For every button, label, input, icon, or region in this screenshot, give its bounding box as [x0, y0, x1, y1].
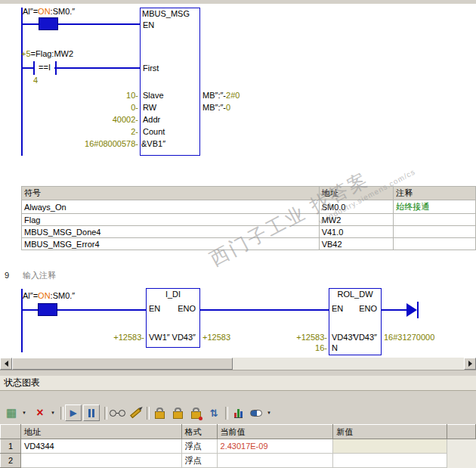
- symtab-comment: [394, 226, 476, 238]
- scroll-right-button[interactable]: [464, 358, 476, 370]
- contact-label: Al″=ON:SM0.″: [23, 291, 75, 301]
- h-scrollbar-thumb[interactable]: [12, 358, 233, 370]
- compare-current-value: 4: [33, 76, 38, 85]
- symtab-row: Flag MW2: [22, 214, 476, 226]
- write-all-button[interactable]: [127, 404, 144, 421]
- cell-format[interactable]: 浮点: [181, 439, 217, 454]
- output-done: MB″:″-2#0: [202, 91, 240, 101]
- chevron-down-icon: ▼: [51, 411, 55, 415]
- unlock-icon: [173, 411, 183, 419]
- cell-address[interactable]: [20, 454, 181, 468]
- contact-label-address: :SM0.″: [51, 291, 76, 300]
- trend-view-button[interactable]: [230, 404, 246, 421]
- row-header[interactable]: 1: [1, 439, 21, 454]
- pin-data-operand: &VB1″: [141, 139, 165, 149]
- symtab-symbol: MBUS_MSG_Done4: [22, 226, 320, 238]
- output-done-operand: MB″:″-: [202, 91, 226, 100]
- row-header[interactable]: 2: [1, 454, 21, 468]
- contact-label-symbol: Al″=: [23, 7, 38, 16]
- compare-contact[interactable]: ==I: [35, 63, 54, 73]
- cell-new-value[interactable]: [333, 454, 447, 468]
- delete-dropdown[interactable]: ▼: [48, 404, 57, 421]
- symtab-symbol: Flag: [22, 214, 320, 226]
- block-title-rol: ROL_DW: [329, 290, 382, 299]
- cell-current-value: [217, 454, 333, 468]
- pin-count: Count: [143, 127, 165, 137]
- delete-button[interactable]: ×: [32, 404, 48, 421]
- toggle-pill-icon: [250, 410, 262, 417]
- compare-current-prefix: +5: [21, 49, 31, 58]
- rol-out-operand: VD43″: [329, 333, 377, 342]
- unforce-button[interactable]: [169, 404, 186, 421]
- pin-en: EN: [143, 20, 154, 30]
- toggle-view-button[interactable]: [248, 404, 264, 421]
- microwin-window: Al″=ON:SM0.″ +5=Flag:MW2 ==I 4 MBUS_MSG …: [0, 0, 476, 468]
- symtab-row: MBUS_MSG_Error4 VB42: [22, 238, 476, 250]
- symtab-address: MW2: [319, 214, 394, 226]
- pencil-icon: [130, 408, 141, 417]
- unlock-all-icon: [191, 411, 201, 419]
- col-header-current-value[interactable]: 当前值: [217, 425, 333, 439]
- toolbar-separator: [225, 407, 228, 420]
- compare-contact-bar: [55, 61, 57, 75]
- idi-out-operand: VD43″: [146, 333, 196, 342]
- symtab-address: VB42: [319, 238, 394, 250]
- rol-n-value: 16-: [262, 343, 327, 353]
- new-chart-button[interactable]: ▦: [3, 404, 20, 421]
- symtab-header-row: 符号 地址 注释: [22, 187, 476, 200]
- symtab-address: V41.0: [319, 226, 394, 238]
- cell-format[interactable]: 浮点: [181, 454, 217, 468]
- cell-address[interactable]: VD4344: [20, 439, 181, 454]
- network-comment[interactable]: 输入注释: [23, 271, 56, 280]
- chevron-down-icon: ▼: [22, 411, 26, 415]
- sort-arrows-icon: ⇅: [210, 408, 218, 419]
- read-force-button[interactable]: ⇅: [206, 404, 222, 421]
- pane-splitter[interactable]: [0, 370, 476, 376]
- jump-arrow-icon[interactable]: [406, 303, 417, 317]
- wire: [382, 309, 406, 311]
- cell-new-value[interactable]: [333, 439, 447, 454]
- rol-out-value: 16#31270000: [384, 333, 434, 342]
- cell-filler: [447, 454, 476, 468]
- chart-status-start-button[interactable]: ▶: [65, 404, 82, 421]
- symtab-row: Always_On SM0.0 始终接通: [22, 200, 476, 214]
- toolbar-separator: [104, 407, 107, 420]
- force-button[interactable]: [151, 404, 168, 421]
- symtab-comment: 始终接通: [394, 200, 476, 214]
- symtab-comment: [394, 214, 476, 226]
- power-rail: [21, 8, 23, 156]
- col-header-format[interactable]: 格式: [181, 425, 217, 439]
- new-chart-icon: ▦: [6, 406, 17, 420]
- contact-selected[interactable]: [38, 303, 57, 316]
- network-symbol-table: 符号 地址 注释 Always_On SM0.0 始终接通 Flag MW2 M…: [21, 186, 476, 250]
- col-header-new-value[interactable]: 新值: [333, 425, 447, 439]
- cell-current-value: 2.43017E-09: [217, 439, 333, 454]
- toolbar-separator: [60, 407, 63, 420]
- col-header-address[interactable]: 地址: [20, 425, 181, 439]
- bar-chart-icon: [234, 408, 243, 418]
- pin-eno: ENO: [146, 304, 196, 314]
- scroll-left-button[interactable]: [0, 358, 12, 370]
- symtab-header-address: 地址: [319, 187, 394, 200]
- symtab-header-comment: 注释: [394, 187, 476, 200]
- status-chart-table: 地址 格式 当前值 新值 1 VD4344 浮点 2.43017E-09 2 浮…: [0, 424, 476, 468]
- contact-selected[interactable]: [39, 17, 58, 30]
- read-all-button[interactable]: [109, 404, 125, 421]
- value-rw: 0-: [72, 103, 138, 113]
- new-chart-dropdown[interactable]: ▼: [20, 404, 29, 421]
- symtab-row: MBUS_MSG_Done4 V41.0: [22, 226, 476, 238]
- contact-label-address: :SM0.″: [51, 7, 76, 16]
- unforce-all-button[interactable]: [187, 404, 204, 421]
- toggle-view-dropdown[interactable]: ▼: [264, 404, 274, 421]
- chart-status-pause-button[interactable]: [83, 404, 100, 421]
- pause-icon: [88, 409, 94, 417]
- contact-label-symbol: Al″=: [23, 291, 38, 300]
- output-done-value: 2#0: [226, 91, 240, 100]
- block-title-idi: I_DI: [146, 290, 200, 299]
- symtab-address: SM0.0: [319, 200, 394, 214]
- cell-filler: [447, 439, 476, 454]
- status-pane-title: 状态图表: [4, 377, 40, 389]
- status-header-row: 地址 格式 当前值 新值: [1, 425, 476, 439]
- chevron-down-icon: ▼: [267, 411, 271, 415]
- status-pane-header[interactable]: 状态图表: [0, 376, 476, 391]
